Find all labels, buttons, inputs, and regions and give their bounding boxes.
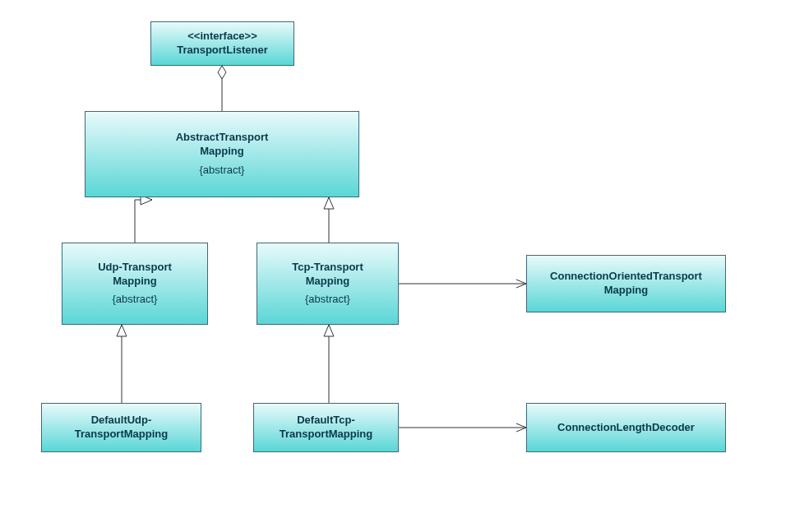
stereotype-label: <<interface>>: [187, 30, 257, 44]
class-default-tcp-transport-mapping: DefaultTcp- TransportMapping: [253, 403, 399, 452]
class-name-line1: AbstractTransport: [176, 131, 269, 145]
class-name-line1: Tcp-Transport: [292, 261, 363, 275]
class-udp-transport-mapping: Udp-Transport Mapping {abstract}: [62, 243, 208, 325]
edge-udp-to-abstract: [135, 200, 152, 243]
class-name-line1: ConnectionOrientedTransport: [550, 270, 702, 284]
class-connection-length-decoder: ConnectionLengthDecoder: [526, 403, 726, 452]
class-connection-oriented-transport-mapping: ConnectionOrientedTransport Mapping: [526, 255, 726, 312]
class-name-line2: TransportMapping: [75, 428, 168, 442]
class-name-line2: Mapping: [200, 145, 243, 159]
class-name-line2: Mapping: [113, 275, 156, 289]
class-name-line2: Mapping: [604, 284, 648, 298]
class-name-label: ConnectionLengthDecoder: [557, 421, 695, 435]
class-name-line2: TransportMapping: [280, 428, 372, 442]
class-tcp-transport-mapping: Tcp-Transport Mapping {abstract}: [257, 243, 399, 325]
class-name-label: TransportListener: [177, 44, 268, 58]
class-default-udp-transport-mapping: DefaultUdp- TransportMapping: [41, 403, 201, 452]
class-abstract-transport-mapping: AbstractTransport Mapping {abstract}: [85, 111, 359, 197]
class-constraint: {abstract}: [113, 293, 158, 307]
class-constraint: {abstract}: [200, 164, 245, 178]
class-transport-listener: <<interface>> TransportListener: [150, 21, 294, 66]
class-constraint: {abstract}: [305, 293, 350, 307]
class-name-line2: Mapping: [306, 275, 349, 289]
class-name-line1: DefaultTcp-: [297, 414, 355, 428]
class-name-line1: DefaultUdp-: [91, 414, 152, 428]
class-name-line1: Udp-Transport: [98, 261, 172, 275]
